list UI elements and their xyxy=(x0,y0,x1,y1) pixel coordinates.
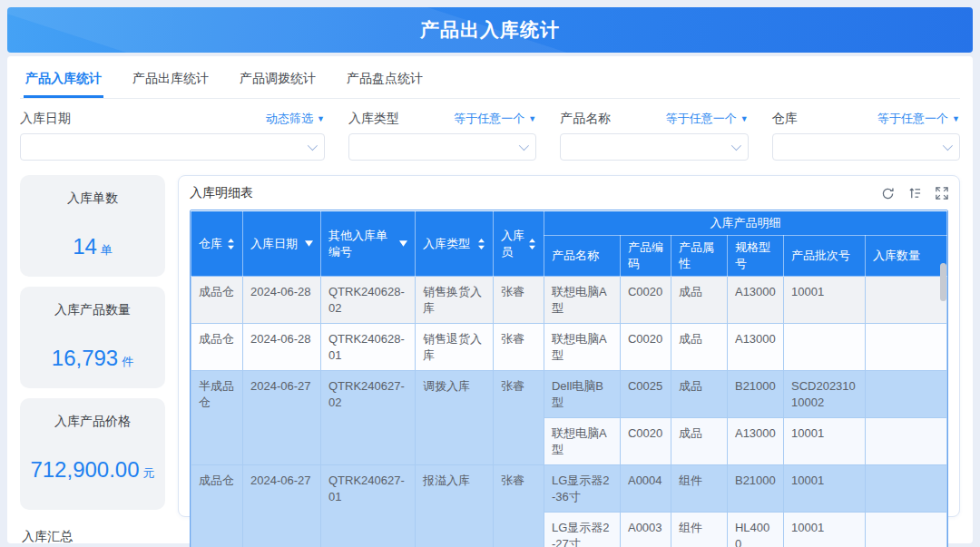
caret-down-icon: ▼ xyxy=(317,114,325,123)
cell-type: 调拨入库 xyxy=(415,371,493,465)
sort-icon[interactable] xyxy=(477,239,485,249)
cell-product-batch xyxy=(783,324,865,371)
cell-product-spec: A13000 xyxy=(727,418,783,465)
caret-down-icon: ▼ xyxy=(952,114,960,123)
table-row: 成品仓2024-06-28QTRK240628-01销售退货入库张睿联想电脑A型… xyxy=(191,324,946,371)
filter-label: 入库日期 xyxy=(20,111,71,127)
stat-unit: 单 xyxy=(101,243,113,257)
product-col-header-1[interactable]: 产品编码 xyxy=(620,236,671,277)
cell-product-attr: 成品 xyxy=(671,371,727,418)
stat-value: 16,793件 xyxy=(20,346,165,371)
table-row: 成品仓2024-06-27QTRK240627-01报溢入库张睿LG显示器2-3… xyxy=(191,465,946,513)
filter-group-3: 仓库等于任意一个▼ xyxy=(772,111,960,161)
cell-product-attr: 组件 xyxy=(671,513,727,547)
filter-group-1: 入库类型等于任意一个▼ xyxy=(348,111,536,161)
cell-product-qty xyxy=(865,513,946,547)
cell-product-name: 联想电脑A型 xyxy=(544,418,620,465)
table-title: 入库明细表 xyxy=(190,185,253,201)
chevron-down-icon xyxy=(943,141,953,151)
chevron-down-icon xyxy=(519,141,529,151)
filter-group-2: 产品名称等于任意一个▼ xyxy=(560,111,748,161)
tab-3[interactable]: 产品盘点统计 xyxy=(345,62,425,98)
cell-date: 2024-06-28 xyxy=(242,324,320,371)
filter-operator-button[interactable]: 等于任意一个▼ xyxy=(877,111,960,127)
sort-icon[interactable] xyxy=(227,239,235,249)
cell-operator: 张睿 xyxy=(493,277,544,324)
tab-0[interactable]: 产品入库统计 xyxy=(24,62,103,98)
cell-warehouse: 成品仓 xyxy=(191,324,242,371)
table-row: 半成品仓2024-06-27QTRK240627-02调拨入库张睿Dell电脑B… xyxy=(191,371,946,418)
cell-order_no: QTRK240627-02 xyxy=(320,371,415,465)
cell-product-spec: A13000 xyxy=(727,324,783,371)
fullscreen-icon[interactable] xyxy=(936,187,948,200)
cell-product-batch: SCD20231010002 xyxy=(783,371,865,418)
col-header-3[interactable]: 入库类型 xyxy=(415,211,493,277)
tab-2[interactable]: 产品调拨统计 xyxy=(238,62,318,98)
filter-select[interactable] xyxy=(560,133,748,161)
cell-product-code: C0020 xyxy=(620,324,671,371)
filter-operator-button[interactable]: 等于任意一个▼ xyxy=(666,111,749,127)
stat-value: 14单 xyxy=(20,234,165,259)
sort-icon[interactable] xyxy=(528,239,536,249)
cell-product-code: C0025 xyxy=(620,371,671,418)
col-header-2[interactable]: 其他入库单编号 xyxy=(320,211,415,277)
cell-product-qty xyxy=(865,324,946,371)
cell-product-attr: 成品 xyxy=(671,418,727,465)
cell-product-name: LG显示器2-27寸 xyxy=(544,513,620,547)
cell-product-code: C0020 xyxy=(620,418,671,465)
cell-date: 2024-06-28 xyxy=(242,277,320,324)
cell-type: 销售换货入库 xyxy=(415,277,493,324)
product-col-header-5[interactable]: 入库数量 xyxy=(865,236,946,277)
cell-type: 销售退货入库 xyxy=(415,324,493,371)
filter-operator-button[interactable]: 等于任意一个▼ xyxy=(454,111,536,127)
product-col-header-0[interactable]: 产品名称 xyxy=(544,236,620,277)
col-header-4[interactable]: 入库员 xyxy=(493,211,544,277)
filter-label: 产品名称 xyxy=(560,111,611,127)
filter-bar: 入库日期动态筛选▼入库类型等于任意一个▼产品名称等于任意一个▼仓库等于任意一个▼ xyxy=(20,111,960,161)
cell-product-code: A0003 xyxy=(620,513,671,547)
cell-product-name: Dell电脑B型 xyxy=(544,371,620,418)
caret-down-icon[interactable] xyxy=(399,240,407,247)
cell-product-batch: 10001 xyxy=(783,418,865,465)
col-header-1[interactable]: 入库日期 xyxy=(242,211,320,277)
inbound-detail-table: 仓库入库日期其他入库单编号入库类型入库员入库产品明细产品名称产品编码产品属性规格… xyxy=(191,210,947,547)
tab-1[interactable]: 产品出库统计 xyxy=(131,62,211,98)
refresh-icon[interactable] xyxy=(881,187,895,200)
cell-product-spec: B21000 xyxy=(727,465,783,513)
caret-down-icon[interactable] xyxy=(305,240,313,247)
cell-warehouse: 半成品仓 xyxy=(191,371,242,465)
cell-order_no: QTRK240628-02 xyxy=(320,277,415,324)
caret-down-icon: ▼ xyxy=(740,114,749,123)
table-panel-header: 入库明细表 xyxy=(190,185,948,201)
filter-operator-button[interactable]: 动态筛选▼ xyxy=(266,111,325,127)
product-col-header-3[interactable]: 规格型号 xyxy=(727,236,783,277)
product-col-header-4[interactable]: 产品批次号 xyxy=(783,236,865,277)
cell-product-batch: 10001 xyxy=(783,465,865,513)
cell-product-name: LG显示器2-36寸 xyxy=(544,465,620,513)
table-panel: 入库明细表 仓库入库日期其他入库单编号入库类型入库员入库产品明细产品名称产品编码… xyxy=(178,175,960,517)
cell-operator: 张睿 xyxy=(493,324,544,371)
chevron-down-icon xyxy=(730,141,740,151)
cell-product-name: 联想电脑A型 xyxy=(544,277,620,324)
caret-down-icon: ▼ xyxy=(528,114,536,123)
main-area: 入库单数14单入库产品数量16,793件入库产品价格712,900.00元 入库… xyxy=(20,175,960,517)
row-height-icon[interactable] xyxy=(908,187,922,200)
page: 产品出入库统计 产品入库统计产品出库统计产品调拨统计产品盘点统计 入库日期动态筛… xyxy=(0,0,980,547)
cell-product-spec: B21000 xyxy=(727,371,783,418)
stat-unit: 元 xyxy=(143,466,155,480)
filter-select[interactable] xyxy=(772,133,960,161)
col-header-0[interactable]: 仓库 xyxy=(191,211,242,277)
cell-product-code: A0004 xyxy=(620,465,671,513)
cell-date: 2024-06-27 xyxy=(242,371,320,465)
filter-select[interactable] xyxy=(348,133,536,161)
page-title: 产品出入库统计 xyxy=(420,17,560,43)
vertical-scrollbar[interactable] xyxy=(940,263,946,301)
cell-operator: 张睿 xyxy=(493,465,544,547)
cell-product-attr: 成品 xyxy=(671,277,727,324)
cell-product-qty xyxy=(865,277,946,324)
cell-product-code: C0020 xyxy=(620,277,671,324)
filter-select[interactable] xyxy=(20,133,325,161)
filter-label: 入库类型 xyxy=(348,111,399,127)
product-col-header-2[interactable]: 产品属性 xyxy=(671,236,727,277)
cell-product-batch: 10001 xyxy=(783,277,865,324)
